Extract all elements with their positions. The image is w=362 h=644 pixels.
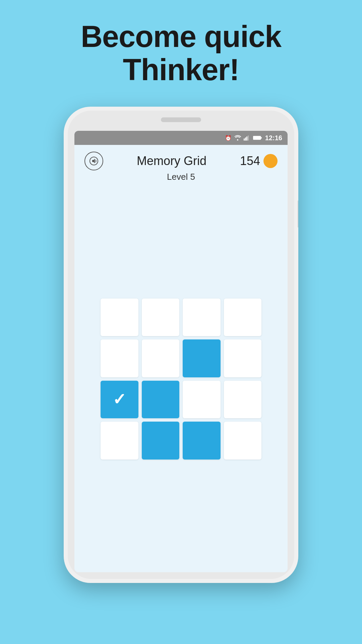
svg-rect-0 — [244, 139, 245, 141]
grid-cell-2-2[interactable] — [183, 381, 221, 419]
status-bar: ⏰ — [74, 131, 288, 145]
alarm-icon: ⏰ — [225, 135, 232, 141]
grid-area: ✓ — [74, 185, 288, 572]
grid-cell-3-1[interactable] — [142, 422, 180, 460]
phone-frame: ⏰ — [64, 107, 298, 583]
score-number: 154 — [240, 154, 260, 168]
svg-rect-4 — [253, 136, 261, 140]
svg-rect-5 — [261, 137, 262, 139]
grid-cell-2-3[interactable] — [224, 381, 262, 419]
grid-cell-0-0[interactable] — [101, 299, 138, 336]
tagline: Become quick Thinker! — [81, 20, 281, 87]
grid-cell-1-1[interactable] — [142, 339, 180, 377]
svg-rect-1 — [245, 138, 246, 141]
svg-rect-2 — [246, 137, 247, 141]
grid-cell-1-3[interactable] — [224, 339, 262, 377]
grid-cell-1-2[interactable] — [183, 339, 221, 377]
memory-grid: ✓ — [101, 299, 261, 460]
battery-icon — [253, 136, 262, 140]
speaker-notch — [161, 117, 201, 122]
grid-cell-3-3[interactable] — [224, 422, 262, 460]
svg-rect-3 — [248, 136, 249, 141]
grid-cell-0-2[interactable] — [183, 299, 221, 336]
checkmark-icon: ✓ — [113, 391, 126, 408]
status-icons: ⏰ — [225, 135, 262, 141]
grid-cell-0-3[interactable] — [224, 299, 262, 336]
grid-cell-0-1[interactable] — [142, 299, 180, 336]
wifi-icon — [234, 135, 241, 141]
grid-cell-1-0[interactable] — [101, 339, 138, 377]
volume-button — [298, 201, 298, 227]
phone-inner: ⏰ — [68, 111, 294, 579]
tagline-line1: Become quick — [81, 20, 281, 53]
grid-cell-3-2[interactable] — [183, 422, 221, 460]
phone-mockup: ⏰ — [64, 107, 298, 583]
sound-icon — [89, 156, 99, 166]
tagline-line2: Thinker! — [123, 53, 239, 87]
app-header: Memory Grid 154 Level 5 — [74, 145, 288, 185]
phone-screen: ⏰ — [74, 131, 288, 572]
sound-button[interactable] — [84, 152, 103, 170]
header-row: Memory Grid 154 — [84, 152, 278, 170]
grid-cell-2-1[interactable] — [142, 381, 180, 419]
grid-cell-2-0[interactable]: ✓ — [101, 381, 138, 419]
status-time: 12:16 — [265, 134, 282, 142]
level-label: Level 5 — [167, 172, 195, 182]
grid-cell-3-0[interactable] — [101, 422, 138, 460]
app-title: Memory Grid — [137, 154, 206, 168]
signal-icon — [244, 135, 250, 141]
score-coin — [263, 154, 278, 168]
score-area: 154 — [240, 154, 278, 168]
